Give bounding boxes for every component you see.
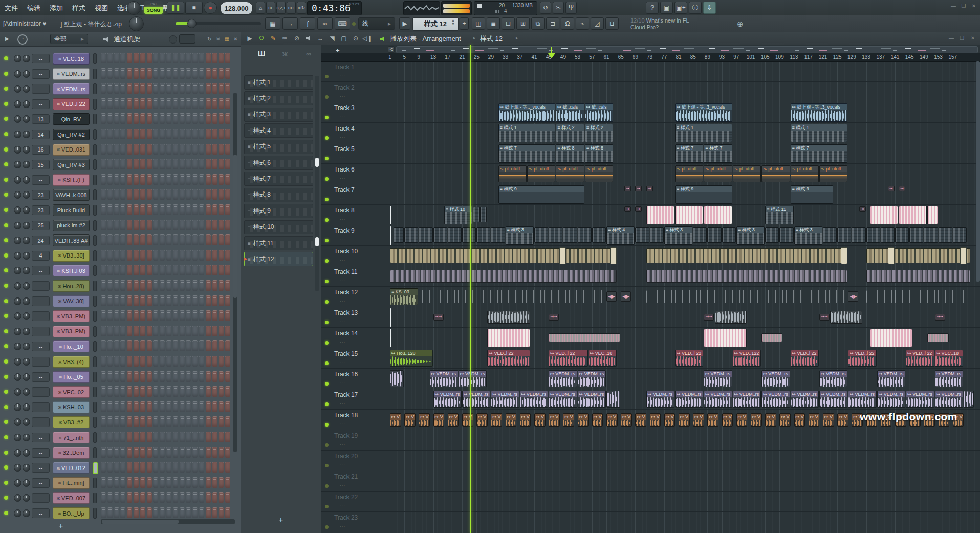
step-cell[interactable] bbox=[219, 340, 224, 351]
step-cell[interactable] bbox=[127, 98, 132, 109]
step-cell[interactable] bbox=[147, 507, 152, 518]
step-cell[interactable] bbox=[225, 386, 230, 397]
clip-wred[interactable]: ↦ VED..l 22 bbox=[906, 350, 934, 367]
channel-button[interactable]: жVB3..PM) bbox=[53, 326, 90, 337]
channel-volume-knob[interactable] bbox=[23, 267, 30, 274]
step-cell[interactable] bbox=[166, 280, 171, 291]
step-cell[interactable] bbox=[180, 507, 185, 518]
step-cell[interactable] bbox=[173, 295, 178, 306]
step-cell[interactable] bbox=[192, 129, 198, 139]
step-cell[interactable] bbox=[206, 371, 211, 382]
step-cell[interactable] bbox=[101, 386, 106, 397]
step-cell[interactable] bbox=[186, 220, 191, 230]
step-cell[interactable] bbox=[192, 416, 198, 427]
step-cell[interactable] bbox=[173, 159, 178, 169]
channel-target-number[interactable]: -- bbox=[32, 99, 50, 109]
step-cell[interactable] bbox=[114, 416, 119, 427]
track-row[interactable]: Track 10... bbox=[321, 246, 980, 266]
channel-rack-icon[interactable]: ⊟ bbox=[502, 17, 515, 30]
clip-stripe[interactable] bbox=[675, 206, 703, 224]
step-cell[interactable] bbox=[212, 204, 217, 215]
step-cell[interactable] bbox=[101, 68, 106, 79]
channel-select-strip[interactable] bbox=[93, 53, 97, 64]
step-cell[interactable] bbox=[114, 265, 119, 275]
clip-midis[interactable] bbox=[765, 227, 779, 243]
channel-target-number[interactable]: -- bbox=[32, 296, 50, 306]
pattern-item[interactable]: ≡样式 9 bbox=[244, 204, 313, 218]
step-cell[interactable] bbox=[127, 386, 132, 397]
add-channel-button[interactable]: + bbox=[55, 521, 67, 530]
step-cell[interactable] bbox=[107, 416, 113, 427]
picker-panel-icon[interactable]: ◫ bbox=[472, 17, 485, 30]
step-cell[interactable] bbox=[206, 68, 211, 79]
step-cell[interactable] bbox=[186, 129, 191, 139]
step-cell[interactable] bbox=[147, 280, 152, 291]
channel-button[interactable]: жVED..007 bbox=[53, 492, 90, 504]
step-cell[interactable] bbox=[153, 83, 158, 94]
track-name[interactable]: Track 23 bbox=[334, 514, 358, 521]
step-cell[interactable] bbox=[134, 265, 139, 275]
step-cell[interactable] bbox=[134, 68, 139, 79]
step-cell[interactable] bbox=[199, 204, 204, 215]
step-cell[interactable] bbox=[134, 234, 139, 245]
clip-wlav[interactable]: ↦ VEDM..rs bbox=[935, 391, 963, 408]
step-cell[interactable] bbox=[107, 113, 113, 124]
channel-select-strip[interactable] bbox=[93, 250, 97, 261]
channel-select-strip[interactable] bbox=[93, 372, 97, 382]
clip-v05[interactable]: ↦ V..05 bbox=[679, 413, 690, 427]
clip-cream[interactable] bbox=[559, 247, 566, 264]
step-cell[interactable] bbox=[206, 340, 211, 351]
track-row[interactable]: Track 3...↦ 壁上观 - 等.._vocals↦ 壁..cals↦ 壁… bbox=[321, 102, 980, 123]
channel-volume-knob[interactable] bbox=[23, 206, 30, 214]
step-cell[interactable] bbox=[140, 98, 145, 109]
channel-led[interactable] bbox=[4, 465, 8, 470]
channel-led[interactable] bbox=[4, 56, 8, 60]
step-cell[interactable] bbox=[127, 326, 132, 336]
step-cell[interactable] bbox=[160, 159, 165, 169]
step-cell[interactable] bbox=[180, 310, 185, 321]
step-cell[interactable] bbox=[140, 477, 145, 488]
track-led[interactable] bbox=[325, 136, 329, 140]
clip-audio[interactable]: ↦ 壁上观 - 等..3_vocals bbox=[675, 103, 732, 122]
step-cell[interactable] bbox=[120, 356, 125, 367]
step-cell[interactable] bbox=[114, 159, 119, 169]
clip-auto[interactable]: ∿ pl..utoff bbox=[733, 165, 761, 182]
clip-midis[interactable] bbox=[837, 227, 851, 243]
step-cell[interactable] bbox=[127, 265, 132, 275]
step-cell[interactable] bbox=[147, 371, 152, 382]
clip-v05[interactable]: ↦ V..05 bbox=[722, 413, 733, 427]
step-cell[interactable] bbox=[101, 220, 106, 230]
step-cell[interactable] bbox=[225, 129, 230, 139]
step-cell[interactable] bbox=[212, 68, 217, 79]
clip-stripe[interactable] bbox=[870, 206, 898, 224]
channel-select-strip[interactable] bbox=[93, 432, 97, 443]
step-cell[interactable] bbox=[101, 477, 106, 488]
step-cell[interactable] bbox=[153, 280, 158, 291]
channel-button[interactable]: жVB3..PM) bbox=[53, 310, 90, 322]
step-cell[interactable] bbox=[160, 507, 165, 518]
step-cell[interactable] bbox=[225, 159, 230, 169]
step-cell[interactable] bbox=[225, 98, 230, 109]
channel-target-number[interactable]: 15 bbox=[32, 160, 50, 169]
step-cell[interactable] bbox=[199, 401, 204, 412]
step-cell[interactable] bbox=[180, 492, 185, 503]
clip-v05[interactable]: ↦ V..05 bbox=[534, 413, 546, 427]
clip-v05[interactable]: ↦ V..05 bbox=[823, 413, 834, 427]
step-cell[interactable] bbox=[120, 477, 125, 488]
channel-button[interactable]: жVEC..18 bbox=[53, 53, 90, 65]
step-cell[interactable] bbox=[186, 174, 191, 185]
detach-icon[interactable]: ▶ bbox=[245, 34, 255, 43]
step-cell[interactable] bbox=[147, 416, 152, 427]
shop-cart-icon[interactable]: ⊔ bbox=[605, 17, 619, 30]
step-cell[interactable] bbox=[114, 189, 119, 200]
clip-midis[interactable] bbox=[722, 227, 736, 243]
typing-piano-icon[interactable]: ⌨ bbox=[335, 17, 350, 30]
track-led[interactable] bbox=[325, 402, 329, 406]
step-cell[interactable] bbox=[186, 280, 191, 291]
step-cell[interactable] bbox=[134, 356, 139, 367]
step-cell[interactable] bbox=[140, 265, 145, 275]
step-cell[interactable] bbox=[114, 113, 119, 124]
step-cell[interactable] bbox=[134, 507, 139, 518]
step-cell[interactable] bbox=[180, 416, 185, 427]
step-cell[interactable] bbox=[180, 280, 185, 291]
